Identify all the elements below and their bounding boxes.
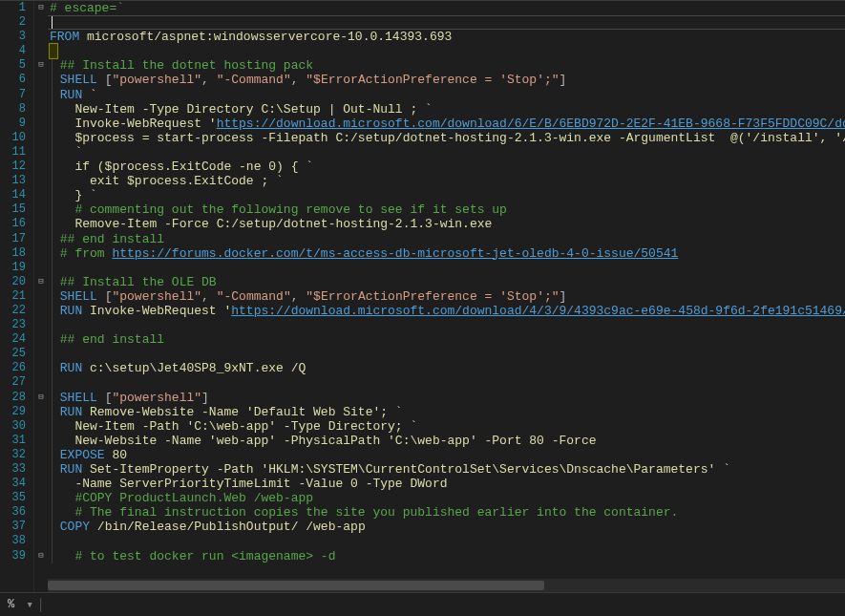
indent-guide [52, 462, 60, 477]
fold-empty [34, 88, 48, 102]
code-line[interactable]: -Name ServerPriorityTimeLimit -Value 0 -… [48, 477, 845, 491]
code-line[interactable] [48, 15, 845, 30]
code-line[interactable]: COPY /bin/Release/PublishOutput/ /web-ap… [48, 520, 845, 534]
line-number: 27 [0, 375, 33, 390]
code-token: exit $process.ExitCode ; ` [60, 174, 284, 188]
line-number: 6 [0, 73, 33, 87]
fold-toggle-icon[interactable]: ⊟ [34, 275, 48, 289]
code-line[interactable]: # escape=` [48, 1, 845, 15]
code-line[interactable]: RUN ` [48, 88, 845, 102]
fold-empty [34, 505, 48, 520]
code-line[interactable]: EXPOSE 80 [48, 448, 845, 462]
code-token: RUN [60, 304, 82, 318]
code-line[interactable]: # to test docker run <imagename> -d [48, 549, 845, 563]
indent-guide [52, 448, 60, 462]
code-line[interactable]: if ($process.ExitCode -ne 0) { ` [48, 159, 845, 174]
code-line[interactable]: ## end install [48, 232, 845, 246]
code-line[interactable]: SHELL ["powershell", "-Command", "$Error… [48, 289, 845, 304]
horizontal-scrollbar-thumb[interactable] [48, 581, 544, 590]
fold-empty [34, 131, 48, 145]
code-token: RUN [60, 405, 82, 419]
horizontal-scrollbar[interactable] [48, 579, 845, 592]
indent-guide [52, 318, 60, 332]
code-line[interactable] [48, 44, 845, 58]
code-line[interactable]: # from https://forums.docker.com/t/ms-ac… [48, 246, 845, 261]
code-token: ` [60, 145, 82, 159]
indent-guide [52, 131, 60, 145]
code-editor[interactable]: 1234567891011121314151617181920212223242… [0, 0, 845, 592]
code-token: Invoke-WebRequest ' [60, 117, 217, 131]
code-token: /bin/Release/PublishOutput/ /web-app [90, 520, 366, 534]
code-line[interactable]: Remove-Item -Force C:/setup/dotnet-hosti… [48, 217, 845, 231]
code-token: SHELL [60, 73, 97, 87]
line-number: 31 [0, 434, 33, 448]
fold-column[interactable]: ⊟⊟⊟⊟⊟ [34, 1, 48, 592]
fold-empty [34, 318, 48, 332]
code-line[interactable] [48, 375, 845, 390]
code-line[interactable] [48, 318, 845, 332]
code-line[interactable] [48, 534, 845, 548]
line-number: 4 [0, 44, 33, 58]
code-line[interactable]: SHELL ["powershell", "-Command", "$Error… [48, 73, 845, 87]
code-line[interactable]: # The final instruction copies the site … [48, 505, 845, 520]
code-line[interactable]: RUN Set-ItemProperty -Path 'HKLM:\SYSTEM… [48, 462, 845, 477]
code-token: SHELL [60, 391, 97, 405]
code-line[interactable]: ## end install [48, 332, 845, 347]
indent-guide [52, 505, 60, 520]
code-token: COPY [60, 520, 90, 534]
code-line[interactable]: RUN c:\setup\Jet40SP8_9xNT.exe /Q [48, 361, 845, 375]
fold-toggle-icon[interactable]: ⊟ [34, 391, 48, 405]
code-area[interactable]: # escape=`FROM microsoft/aspnet:windowss… [48, 1, 845, 592]
code-token: RUN [60, 88, 82, 102]
code-token: RUN [60, 462, 82, 477]
code-token: $process = start-process -Filepath C:/se… [60, 131, 845, 145]
code-token: # escape=` [50, 1, 124, 15]
code-line[interactable]: #COPY ProductLaunch.Web /web-app [48, 491, 845, 505]
indent-guide [52, 405, 60, 419]
fold-toggle-icon[interactable]: ⊟ [34, 58, 48, 73]
fold-empty [34, 15, 48, 30]
fold-empty [34, 477, 48, 491]
code-line[interactable]: RUN Remove-Website -Name 'Default Web Si… [48, 405, 845, 419]
code-line[interactable]: New-Website -Name 'web-app' -PhysicalPat… [48, 434, 845, 448]
indent-guide [52, 145, 60, 159]
code-token: , [291, 289, 306, 304]
indent-guide [52, 520, 60, 534]
line-number: 5 [0, 58, 33, 73]
code-line[interactable]: ## Install the dotnet hosting pack [48, 58, 845, 73]
dropdown-icon[interactable]: ▾ [22, 597, 37, 612]
link-text[interactable]: https://download.microsoft.com/download/… [217, 117, 845, 131]
code-token: [ [97, 73, 113, 87]
indent-guide [52, 246, 60, 261]
indent-guide [52, 304, 60, 318]
code-line[interactable] [48, 261, 845, 275]
code-line[interactable]: ` [48, 145, 845, 159]
code-line[interactable]: RUN Invoke-WebRequest 'https://download.… [48, 304, 845, 318]
code-line[interactable]: $process = start-process -Filepath C:/se… [48, 131, 845, 145]
fold-empty [34, 202, 48, 217]
code-line[interactable]: # commenting out the following remove to… [48, 202, 845, 217]
fold-toggle-icon[interactable]: ⊟ [34, 549, 48, 563]
code-token: #COPY ProductLaunch.Web /web-app [60, 491, 313, 505]
code-line[interactable]: } ` [48, 188, 845, 202]
line-number: 33 [0, 462, 33, 477]
code-line[interactable] [48, 347, 845, 361]
code-line[interactable]: New-Item -Path 'C:\web-app' -Type Direct… [48, 419, 845, 434]
link-text[interactable]: https://download.microsoft.com/download/… [231, 304, 845, 318]
code-line[interactable]: ## Install the OLE DB [48, 275, 845, 289]
fold-toggle-icon[interactable]: ⊟ [34, 1, 48, 15]
line-number: 10 [0, 131, 33, 145]
zoom-indicator[interactable]: % [0, 598, 22, 611]
indent-guide [52, 159, 60, 174]
code-token: , [201, 73, 217, 87]
indent-guide [52, 275, 60, 289]
indent-guide [52, 217, 60, 231]
fold-empty [34, 159, 48, 174]
code-line[interactable]: exit $process.ExitCode ; ` [48, 174, 845, 188]
code-line[interactable]: SHELL ["powershell"] [48, 391, 845, 405]
code-token: EXPOSE [60, 448, 105, 462]
code-line[interactable]: Invoke-WebRequest 'https://download.micr… [48, 117, 845, 131]
code-line[interactable]: FROM microsoft/aspnet:windowsservercore-… [48, 30, 845, 44]
code-line[interactable]: New-Item -Type Directory C:\Setup | Out-… [48, 102, 845, 117]
link-text[interactable]: https://forums.docker.com/t/ms-access-db… [112, 246, 678, 261]
